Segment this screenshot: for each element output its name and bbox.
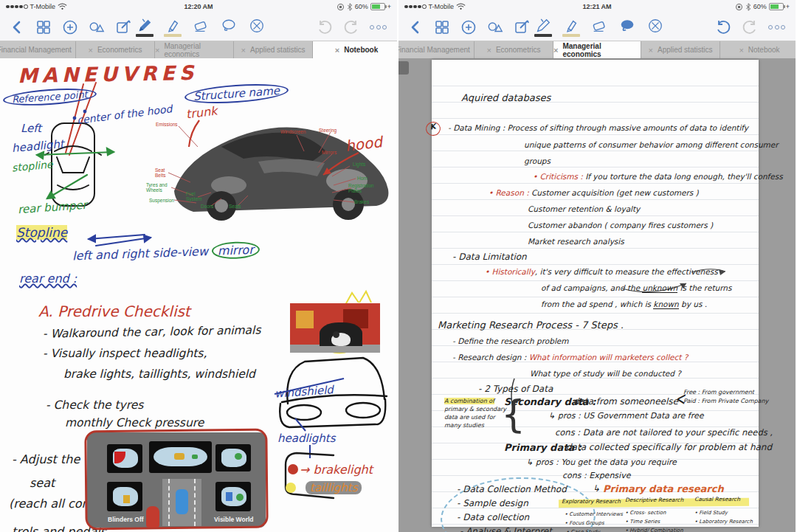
tab-notebook-active[interactable]: × Notebook	[313, 41, 397, 58]
history-tools	[317, 19, 387, 35]
car-reflection	[123, 495, 130, 503]
car-label-horn: Horn	[357, 176, 391, 181]
pdr-arrow: ↳	[593, 483, 600, 494]
compose-button[interactable]	[115, 19, 131, 35]
close-icon[interactable]: ×	[241, 46, 246, 55]
method-item: - Data Collection Method	[457, 484, 567, 494]
table-cell: • Focus Groups	[565, 520, 604, 526]
checklist-item: brake lights, taillights, windshield	[63, 367, 255, 381]
side-view-text: left and right side-view	[72, 244, 208, 263]
status-bar: T-Mobile 12:21 AM 60% +	[398, 0, 796, 13]
note-line: • Historically, it's very difficult to m…	[485, 267, 718, 276]
secondary-data-text: data from someoneelse	[573, 396, 678, 407]
tab-label: Financial Management	[0, 46, 72, 54]
close-icon[interactable]: ×	[739, 46, 743, 55]
tab-label: Financial Management	[398, 46, 470, 54]
back-button[interactable]	[9, 19, 25, 35]
more-button[interactable]	[768, 25, 785, 30]
document-background: Aquired databases K - Data Mining : Proc…	[398, 58, 796, 532]
checklist-item: - Visually inspect headlights,	[43, 347, 207, 360]
add-page-button[interactable]	[460, 19, 477, 35]
tab-notebook[interactable]: × Notebook	[720, 41, 796, 58]
undo-button[interactable]	[715, 19, 731, 35]
clear-tool[interactable]	[249, 18, 265, 37]
table-header: Exploratory Research	[562, 498, 621, 505]
mirrors-diagram-image: Blinders Off Visible World	[87, 432, 266, 528]
close-icon[interactable]: ×	[88, 46, 92, 55]
eraser-tool[interactable]	[591, 18, 607, 37]
cat-photo	[290, 303, 380, 353]
tab-managerial-economics-active[interactable]: × Managerial economics	[553, 41, 641, 58]
highlighter-tool[interactable]	[563, 18, 579, 37]
margin-highlight: A combination of	[444, 398, 494, 404]
car-label-tyres: Tyres and Wheels	[146, 182, 176, 193]
note-line: - Data Mining : Process of sifting throu…	[448, 123, 748, 132]
tab-econometrics[interactable]: × Econometrics	[475, 41, 553, 58]
close-icon[interactable]: ×	[649, 46, 653, 55]
thumbnails-button[interactable]	[35, 19, 52, 35]
criticisms-text: If you torture the data long enough, the…	[585, 172, 782, 181]
toolbar	[0, 13, 397, 41]
note-line: - Data Limitation	[452, 252, 527, 262]
redo-button[interactable]	[343, 19, 359, 35]
tab-financial-management[interactable]: × Financial Management	[0, 41, 76, 58]
more-button[interactable]	[370, 25, 387, 30]
red-car	[146, 506, 159, 528]
close-icon[interactable]: ×	[335, 46, 339, 55]
car-label-suspension: Suspension	[149, 198, 186, 203]
historically-label: • Historically	[485, 267, 535, 276]
checklist-item: monthly Check pressure	[65, 416, 204, 429]
table-cell: • Laboratory Research	[694, 519, 753, 525]
undo-button[interactable]	[317, 19, 333, 35]
shapes-button[interactable]	[487, 19, 503, 35]
lasso-tool[interactable]	[221, 18, 237, 37]
checklist-item: - Check the tyres	[46, 398, 143, 412]
historically-text: , it's very difficult to measure the eff…	[535, 267, 718, 276]
text: of ad campaigns, and the	[541, 283, 642, 292]
tab-label: Applied statistics	[250, 46, 305, 54]
note-canvas[interactable]: MANEUVRES Reference point center of the …	[0, 58, 397, 532]
method-item: - Analyse & Interpret	[460, 526, 552, 532]
shapes-button[interactable]	[89, 19, 105, 35]
tab-label: Notebook	[344, 46, 378, 54]
lasso-tool-selected[interactable]	[619, 18, 635, 37]
primary-data-text: data collected specifically for problem …	[566, 442, 772, 452]
stopline-highlighted: Stopline	[16, 225, 67, 240]
tab-econometrics[interactable]: × Econometrics	[76, 41, 155, 58]
tab-label: Managerial economics	[164, 42, 233, 58]
thumbnails-button[interactable]	[434, 19, 450, 35]
page-stack-edge	[398, 61, 409, 75]
redo-button[interactable]	[742, 19, 758, 35]
note-line: of ad campaigns, and the unknown is the …	[541, 283, 731, 292]
clear-tool[interactable]	[647, 18, 663, 37]
tab-managerial-economics[interactable]: × Managerial economics	[155, 41, 234, 58]
pen-tool[interactable]	[535, 18, 551, 37]
battery-icon	[769, 3, 784, 10]
table-cell: • Cross- section	[625, 510, 666, 516]
highlighter-tool[interactable]	[165, 18, 181, 37]
criticisms-label: • Criticisms :	[533, 172, 583, 181]
compose-button[interactable]	[514, 19, 530, 35]
close-icon[interactable]: ×	[486, 46, 491, 55]
note-line: Market research analysis	[528, 237, 624, 246]
note-line: Customer retention & loyalty	[528, 204, 640, 213]
tab-applied-statistics[interactable]: × Applied statistics	[234, 41, 313, 58]
tab-applied-statistics[interactable]: × Applied statistics	[641, 41, 720, 58]
tab-financial-management[interactable]: × Financial Management	[398, 41, 475, 58]
checklist-item: seat	[30, 476, 55, 490]
add-page-button[interactable]	[62, 19, 78, 35]
close-icon[interactable]: ×	[553, 46, 558, 55]
back-button[interactable]	[407, 19, 424, 35]
headlights-label: headlights	[277, 432, 336, 445]
brakelight-label: → brakelight	[300, 463, 373, 477]
taillights-label: taillights	[306, 481, 362, 494]
pen-tool-selected[interactable]	[137, 18, 153, 37]
note-line: - Define the research problem	[452, 336, 569, 345]
car-label-emissions: Emissions	[156, 122, 190, 127]
primary-cons: cons : Expensive	[562, 471, 630, 480]
close-icon[interactable]: ×	[155, 46, 159, 55]
table-cell: • Hybrid/ Combination	[625, 528, 683, 532]
eraser-tool[interactable]	[193, 18, 209, 37]
mirror-fig4	[107, 482, 142, 511]
note-page[interactable]: Aquired databases K - Data Mining : Proc…	[432, 60, 759, 527]
